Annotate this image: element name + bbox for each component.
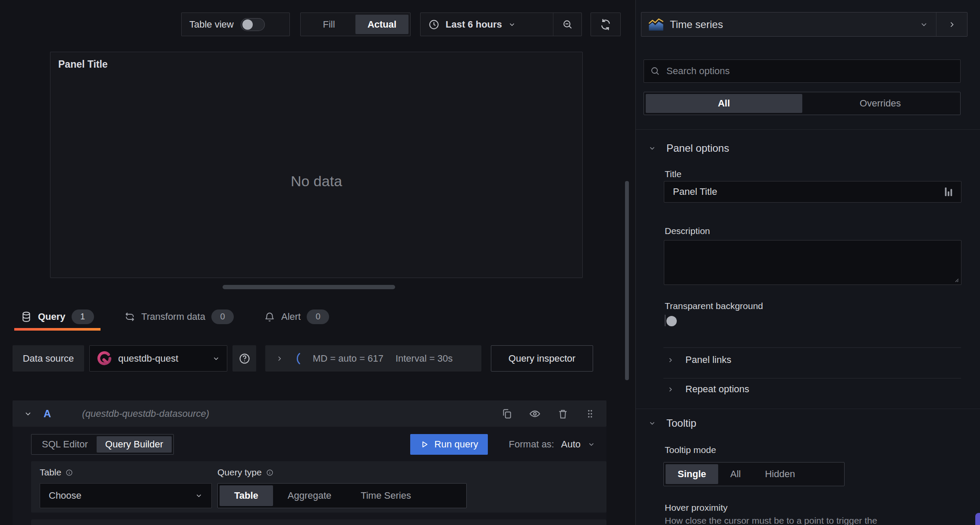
actual-option[interactable]: Actual bbox=[355, 15, 408, 34]
table-select-value: Choose bbox=[49, 490, 82, 501]
tab-transform-label: Transform data bbox=[141, 311, 205, 322]
main-scrollbar-thumb[interactable] bbox=[625, 181, 629, 380]
sidebar-scroll-indicator[interactable] bbox=[975, 513, 980, 525]
query-type-timeseries[interactable]: Time Series bbox=[346, 485, 426, 506]
no-data-message: No data bbox=[50, 173, 582, 190]
suggestions-icon[interactable] bbox=[944, 186, 953, 197]
divider bbox=[636, 129, 980, 130]
tab-alert-label: Alert bbox=[281, 311, 301, 322]
query-options-summary[interactable]: MD = auto = 617 Interval = 30s bbox=[265, 345, 481, 372]
query-inspector-button[interactable]: Query inspector bbox=[491, 345, 593, 372]
query-builder-option[interactable]: Query Builder bbox=[97, 436, 172, 453]
table-view-toggle[interactable] bbox=[241, 18, 265, 31]
table-field-label: Table bbox=[40, 467, 61, 478]
tooltip-mode-all[interactable]: All bbox=[718, 464, 753, 484]
options-sidebar: Time series All Overrides bbox=[635, 0, 980, 525]
chevron-right-icon bbox=[667, 386, 674, 393]
time-range-button[interactable]: Last 6 hours bbox=[421, 13, 553, 36]
info-circle-icon bbox=[66, 469, 73, 476]
search-options-input[interactable] bbox=[666, 65, 954, 77]
query-datasource-hint: (questdb-questdb-datasource) bbox=[82, 408, 209, 419]
hover-proximity-description: How close the cursor must be to a point … bbox=[665, 516, 877, 525]
duplicate-query-icon[interactable] bbox=[501, 408, 512, 419]
panel-title[interactable]: Panel Title bbox=[58, 59, 108, 70]
editor-mode-switch: SQL Editor Query Builder bbox=[31, 434, 174, 455]
panel-title-field[interactable] bbox=[664, 181, 961, 203]
transform-icon bbox=[124, 311, 135, 322]
transparent-background-toggle[interactable] bbox=[665, 315, 666, 326]
collapse-pane-button[interactable] bbox=[936, 12, 967, 36]
query-count-badge: 1 bbox=[72, 309, 94, 324]
bell-icon bbox=[264, 311, 275, 322]
tooltip-mode-switch: Single All Hidden bbox=[663, 462, 845, 486]
tooltip-mode-hidden[interactable]: Hidden bbox=[753, 464, 807, 484]
next-section-edge bbox=[31, 519, 606, 525]
title-field-label: Title bbox=[665, 169, 682, 179]
fill-actual-switch: Fill Actual bbox=[300, 12, 411, 36]
play-icon bbox=[420, 440, 429, 449]
interval-summary: Interval = 30s bbox=[396, 353, 453, 364]
table-view-label: Table view bbox=[189, 19, 234, 30]
datasource-value: questdb-quest bbox=[118, 353, 178, 364]
tab-alert[interactable]: Alert 0 bbox=[258, 303, 336, 330]
repeat-options-section[interactable]: Repeat options bbox=[667, 384, 749, 395]
chevron-right-icon bbox=[276, 355, 283, 362]
delete-query-trash-icon[interactable] bbox=[557, 408, 569, 419]
transform-count-badge: 0 bbox=[211, 309, 234, 324]
panel-links-section[interactable]: Panel links bbox=[667, 354, 731, 366]
editor-tabs: Query 1 Transform data 0 Alert 0 bbox=[14, 303, 336, 330]
tab-query[interactable]: Query 1 bbox=[14, 303, 101, 330]
questdb-logo bbox=[97, 351, 112, 366]
time-series-icon bbox=[648, 18, 664, 31]
divider bbox=[636, 409, 980, 409]
description-textarea[interactable] bbox=[664, 240, 961, 285]
query-type-aggregate[interactable]: Aggregate bbox=[273, 485, 346, 506]
question-circle-icon bbox=[239, 353, 251, 365]
hide-query-eye-icon[interactable] bbox=[529, 408, 541, 420]
chevron-down-icon bbox=[648, 144, 656, 152]
tooltip-mode-single[interactable]: Single bbox=[666, 464, 718, 484]
query-ref-id: A bbox=[44, 408, 51, 420]
collapse-chevron-icon[interactable] bbox=[24, 409, 32, 418]
time-zoom-out-button[interactable] bbox=[553, 13, 581, 36]
panel-title-input[interactable] bbox=[672, 186, 944, 198]
panel-resize-handle[interactable] bbox=[223, 285, 395, 289]
drag-handle-icon[interactable] bbox=[585, 409, 595, 419]
search-options-field[interactable] bbox=[644, 59, 961, 83]
format-as-control[interactable]: Format as: Auto bbox=[509, 439, 595, 450]
tab-transform-data[interactable]: Transform data 0 bbox=[118, 303, 240, 330]
database-icon bbox=[21, 311, 32, 322]
format-as-value: Auto bbox=[561, 439, 581, 450]
filter-overrides-tab[interactable]: Overrides bbox=[802, 94, 959, 113]
chevron-down-icon bbox=[508, 21, 516, 28]
alert-count-badge: 0 bbox=[307, 309, 329, 324]
query-type-label: Query type bbox=[217, 467, 262, 478]
datasource-picker[interactable]: questdb-quest bbox=[89, 345, 227, 372]
query-type-table[interactable]: Table bbox=[220, 485, 273, 506]
sql-editor-option[interactable]: SQL Editor bbox=[33, 436, 97, 453]
refresh-button[interactable] bbox=[591, 12, 621, 36]
fill-option[interactable]: Fill bbox=[302, 15, 355, 34]
datasource-label: Data source bbox=[13, 345, 84, 372]
chevron-down-icon bbox=[212, 355, 220, 362]
resize-grip-icon[interactable] bbox=[952, 276, 959, 283]
filter-all-tab[interactable]: All bbox=[646, 94, 802, 113]
visualization-picker[interactable]: Time series bbox=[641, 12, 967, 37]
zoom-out-icon bbox=[562, 19, 573, 30]
tab-query-label: Query bbox=[38, 311, 66, 322]
grafana-panel-editor: Table view Fill Actual Last 6 hours bbox=[0, 0, 980, 525]
panel-options-section-header[interactable]: Panel options bbox=[648, 142, 729, 154]
datasource-help-button[interactable] bbox=[232, 345, 256, 372]
panel-preview: Panel Title No data bbox=[50, 52, 583, 278]
clock-icon bbox=[428, 19, 440, 30]
loading-arc-icon bbox=[295, 353, 301, 365]
run-query-button[interactable]: Run query bbox=[410, 434, 488, 455]
query-row-header[interactable]: A (questdb-questdb-datasource) bbox=[13, 400, 606, 427]
table-select[interactable]: Choose bbox=[40, 483, 212, 508]
chevron-down-icon bbox=[920, 20, 928, 29]
hover-proximity-label: Hover proximity bbox=[665, 503, 728, 513]
query-editor-body: SQL Editor Query Builder Run query Forma… bbox=[13, 427, 606, 525]
refresh-icon bbox=[600, 19, 612, 31]
tooltip-section-header[interactable]: Tooltip bbox=[648, 417, 696, 429]
query-builder-options: Table Choose Query type bbox=[31, 461, 606, 512]
